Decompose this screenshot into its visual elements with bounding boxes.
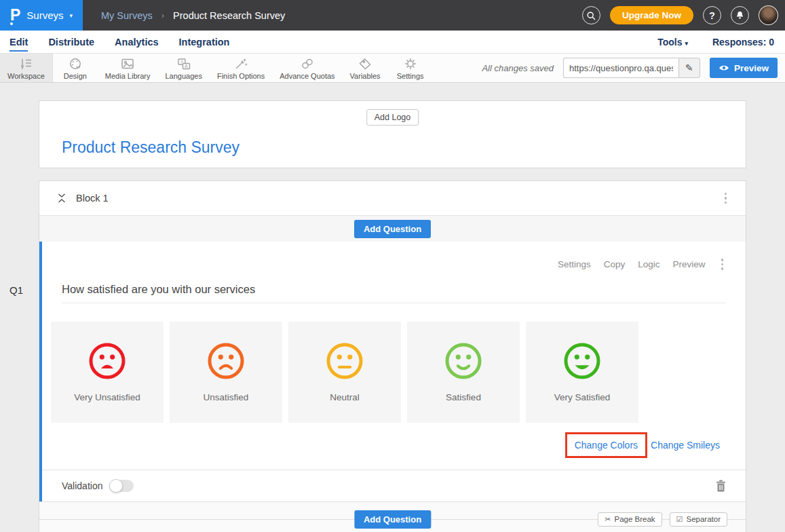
app-menu-label: Surveys bbox=[26, 10, 63, 21]
question-mark-icon: ? bbox=[709, 10, 715, 21]
smiley-option-4[interactable]: Satisfied bbox=[407, 322, 520, 423]
survey-url-group: ✎ bbox=[563, 58, 700, 78]
block-header: Block 1 bbox=[39, 181, 746, 216]
change-colors-highlight-box: Change Colors bbox=[565, 432, 647, 458]
block-insert-buttons: ✂Page Break ☑Separator bbox=[598, 512, 727, 527]
toolbar-item-advance-quotas[interactable]: Advance Quotas bbox=[272, 54, 342, 82]
questionpro-logo-icon: P bbox=[10, 7, 20, 23]
breadcrumb-separator-icon: › bbox=[161, 10, 164, 20]
toolbar-item-languages[interactable]: xA Languages bbox=[157, 54, 209, 82]
add-question-button-top[interactable]: Add Question bbox=[354, 220, 431, 238]
change-colors-link[interactable]: Change Colors bbox=[575, 440, 638, 451]
validation-toggle[interactable] bbox=[109, 480, 134, 492]
svg-text:A: A bbox=[185, 63, 188, 68]
topbar-actions: Upgrade Now ? bbox=[582, 5, 785, 25]
add-question-row-top: Add Question bbox=[39, 216, 746, 242]
change-smileys-link[interactable]: Change Smileys bbox=[651, 440, 720, 451]
survey-title[interactable]: Product Research Survey bbox=[62, 138, 240, 157]
design-icon bbox=[68, 57, 83, 71]
smiley-option-label: Satisfied bbox=[446, 392, 481, 402]
smiley-option-label: Unsatisfied bbox=[204, 392, 249, 402]
tab-integration[interactable]: Integration bbox=[179, 33, 230, 52]
separator-button[interactable]: ☑Separator bbox=[670, 512, 727, 527]
question-underline bbox=[62, 303, 726, 303]
survey-url-input[interactable] bbox=[563, 58, 678, 78]
collapse-block-icon[interactable] bbox=[58, 193, 66, 203]
question-menu-kebab-icon[interactable] bbox=[719, 256, 727, 273]
eye-icon bbox=[719, 64, 729, 72]
user-avatar[interactable] bbox=[759, 5, 778, 25]
toolbar-item-variables[interactable]: Variables bbox=[343, 54, 388, 82]
toolbar-item-settings[interactable]: Settings bbox=[388, 54, 433, 82]
search-icon bbox=[586, 10, 596, 21]
breadcrumb: My Surveys › Product Research Survey bbox=[101, 10, 285, 21]
help-button[interactable]: ? bbox=[703, 6, 721, 24]
smiley-option-2[interactable]: Unsatisfied bbox=[170, 322, 282, 423]
nav-tab-bar: Edit Distribute Analytics Integration To… bbox=[0, 31, 785, 54]
save-status-text: All changes saved bbox=[482, 63, 554, 73]
question-actions: Settings Copy Logic Preview bbox=[42, 256, 746, 273]
smiley-options-row: Very Unsatisfied Unsatisfied Neutral Sat… bbox=[42, 322, 746, 423]
block-title[interactable]: Block 1 bbox=[76, 193, 109, 204]
block-menu-kebab-icon[interactable] bbox=[722, 190, 730, 207]
variables-icon bbox=[358, 57, 372, 71]
question-preview-link[interactable]: Preview bbox=[672, 259, 705, 269]
chevron-down-icon: ▾ bbox=[685, 40, 688, 47]
validation-label: Validation bbox=[62, 480, 102, 491]
tab-edit[interactable]: Edit bbox=[9, 33, 28, 52]
notifications-button[interactable] bbox=[731, 6, 749, 24]
edit-url-button[interactable]: ✎ bbox=[678, 58, 700, 78]
smiley-face-icon bbox=[444, 341, 483, 381]
preview-button[interactable]: Preview bbox=[710, 58, 778, 78]
breadcrumb-current-survey: Product Research Survey bbox=[173, 10, 285, 21]
question-copy-link[interactable]: Copy bbox=[604, 259, 626, 269]
trash-icon bbox=[716, 480, 726, 492]
editor-toolbar: Workspace Design Media Library xA Langua… bbox=[0, 54, 785, 83]
question-card: Settings Copy Logic Preview How satisfie… bbox=[39, 242, 746, 501]
validation-row: Validation bbox=[42, 470, 746, 501]
smiley-option-label: Very Satisfied bbox=[554, 392, 611, 402]
media-library-icon bbox=[120, 57, 135, 71]
smiley-face-icon bbox=[206, 341, 246, 381]
top-bar: P Surveys ▾ My Surveys › Product Researc… bbox=[0, 0, 785, 31]
toolbar-item-workspace[interactable]: Workspace bbox=[0, 54, 53, 82]
toolbar-right: All changes saved ✎ Preview bbox=[482, 54, 785, 82]
toolbar-item-finish-options[interactable]: Finish Options bbox=[210, 54, 272, 82]
upgrade-now-button[interactable]: Upgrade Now bbox=[610, 6, 693, 24]
smiley-face-icon bbox=[88, 341, 127, 381]
smiley-option-label: Very Unsatisfied bbox=[74, 392, 140, 402]
smiley-option-1[interactable]: Very Unsatisfied bbox=[51, 322, 164, 423]
breadcrumb-my-surveys[interactable]: My Surveys bbox=[101, 10, 153, 21]
question-text[interactable]: How satisfied are you with our services bbox=[62, 283, 726, 296]
languages-icon: xA bbox=[176, 57, 191, 71]
smiley-face-icon bbox=[325, 341, 364, 381]
bell-icon bbox=[735, 10, 745, 20]
smiley-option-3[interactable]: Neutral bbox=[288, 322, 401, 423]
question-settings-link[interactable]: Settings bbox=[558, 259, 591, 269]
delete-question-button[interactable] bbox=[716, 480, 726, 492]
add-logo-button[interactable]: Add Logo bbox=[366, 109, 419, 126]
block-card: Block 1 Add Question Settings Copy Logic… bbox=[39, 180, 746, 532]
workspace-icon bbox=[18, 57, 33, 71]
tab-distribute[interactable]: Distribute bbox=[48, 33, 94, 52]
tools-menu[interactable]: Tools ▾ bbox=[657, 37, 688, 48]
add-question-button-bottom[interactable]: Add Question bbox=[354, 510, 431, 529]
question-logic-link[interactable]: Logic bbox=[638, 259, 659, 269]
survey-header-card: Add Logo Product Research Survey bbox=[39, 100, 746, 168]
question-number-label: Q1 bbox=[9, 284, 23, 296]
toolbar-item-media-library[interactable]: Media Library bbox=[98, 54, 158, 82]
page-break-button[interactable]: ✂Page Break bbox=[598, 512, 662, 527]
finish-options-icon bbox=[233, 57, 248, 71]
smiley-face-icon bbox=[562, 341, 602, 381]
scissors-icon: ✂ bbox=[605, 515, 611, 524]
toolbar-item-design[interactable]: Design bbox=[53, 54, 98, 82]
smiley-option-5[interactable]: Very Satisfied bbox=[526, 322, 638, 423]
surveys-app-menu[interactable]: P Surveys ▾ bbox=[0, 0, 83, 31]
advance-quotas-icon bbox=[300, 57, 315, 71]
tab-analytics[interactable]: Analytics bbox=[115, 33, 158, 52]
pencil-icon: ✎ bbox=[685, 62, 693, 73]
nav-right: Tools ▾ Responses: 0 bbox=[657, 37, 774, 48]
responses-count: Responses: 0 bbox=[712, 37, 774, 48]
workspace-content: Q1 Add Logo Product Research Survey Bloc… bbox=[0, 83, 785, 532]
search-button[interactable] bbox=[582, 6, 600, 24]
